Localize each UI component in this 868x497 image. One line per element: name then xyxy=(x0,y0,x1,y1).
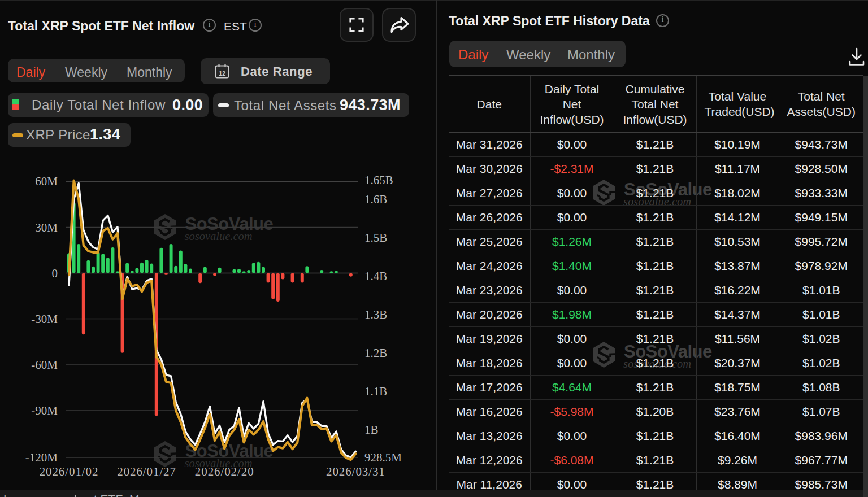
svg-text:-30M: -30M xyxy=(31,312,58,326)
svg-text:1.2B: 1.2B xyxy=(364,346,387,360)
svg-text:2026/01/27: 2026/01/27 xyxy=(117,465,176,478)
svg-text:1.1B: 1.1B xyxy=(364,385,387,398)
svg-text:-90M: -90M xyxy=(31,404,58,417)
svg-text:30M: 30M xyxy=(35,221,58,234)
svg-text:2026/03/31: 2026/03/31 xyxy=(326,465,385,478)
svg-text:2026/01/02: 2026/01/02 xyxy=(40,465,99,478)
svg-text:1.6B: 1.6B xyxy=(364,193,387,206)
svg-text:1.65B: 1.65B xyxy=(364,173,393,187)
svg-text:-120M: -120M xyxy=(25,451,58,464)
svg-text:1B: 1B xyxy=(364,423,379,437)
svg-text:1.5B: 1.5B xyxy=(364,231,387,245)
svg-text:1.4B: 1.4B xyxy=(364,269,387,283)
svg-text:0: 0 xyxy=(52,267,58,280)
svg-text:1.3B: 1.3B xyxy=(364,308,387,321)
svg-text:928.5M: 928.5M xyxy=(364,451,402,464)
svg-text:60M: 60M xyxy=(35,175,58,188)
svg-text:2026/02/20: 2026/02/20 xyxy=(195,465,254,478)
svg-text:-60M: -60M xyxy=(31,358,58,372)
